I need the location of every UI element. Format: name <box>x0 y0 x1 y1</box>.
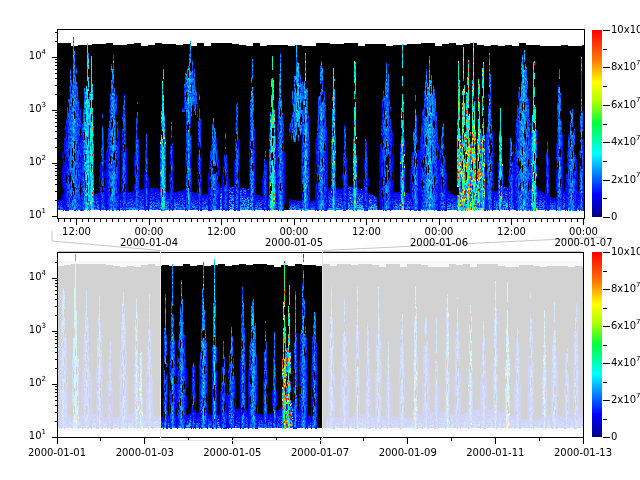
colorbar-bottom <box>592 252 602 437</box>
y-tick-label: 104 <box>8 271 46 282</box>
x-tick-label: 00:00 <box>425 226 454 237</box>
y-tick-label: 102 <box>8 156 46 167</box>
x-date-label: 2000-01-03 <box>116 447 174 458</box>
x-tick-label: 12:00 <box>497 226 526 237</box>
y-tick-label: 104 <box>8 50 46 61</box>
x-tick-label: 12:00 <box>62 226 91 237</box>
x-date-label: 2000-01-07 <box>291 447 349 458</box>
colorbar-tick-label: 6x107 <box>611 320 640 331</box>
colorbar-tick-label: 10x107 <box>611 246 640 257</box>
x-tick-label: 00:00 <box>280 226 309 237</box>
colorbar-tick-label: 0 <box>611 431 617 442</box>
x-date-label: 2000-01-11 <box>466 447 524 458</box>
y-tick-label: 101 <box>8 430 46 441</box>
detail-spectrogram-heatmap[interactable] <box>57 29 584 218</box>
colorbar-tick-label: 8x107 <box>611 283 640 294</box>
x-date-label: 2000-01-13 <box>554 447 612 458</box>
x-tick-label: 12:00 <box>352 226 381 237</box>
colorbar-tick-label: 4x107 <box>611 136 640 147</box>
x-date-label: 2000-01-01 <box>28 447 86 458</box>
x-date-label: 2000-01-09 <box>379 447 437 458</box>
x-date-label: 2000-01-04 <box>120 237 178 248</box>
colorbar-tick-label: 2x107 <box>611 394 640 405</box>
colorbar-tick-label: 10x107 <box>611 24 640 35</box>
zoom-selection-box[interactable] <box>160 250 323 441</box>
x-date-label: 2000-01-05 <box>203 447 261 458</box>
y-tick-label: 103 <box>8 103 46 114</box>
colorbar-tick-label: 8x107 <box>611 61 640 72</box>
x-date-label: 2000-01-06 <box>410 237 468 248</box>
spectrogram-figure: 12:0000:002000-01-0412:0000:002000-01-05… <box>0 0 640 480</box>
x-tick-label: 12:00 <box>207 226 236 237</box>
x-tick-label: 00:00 <box>569 226 598 237</box>
colorbar-tick-label: 6x107 <box>611 99 640 110</box>
y-tick-label: 103 <box>8 324 46 335</box>
x-date-label: 2000-01-07 <box>554 237 612 248</box>
y-tick-label: 101 <box>8 209 46 220</box>
x-tick-label: 00:00 <box>135 226 164 237</box>
colorbar-tick-label: 0 <box>611 211 617 222</box>
colorbar-tick-label: 2x107 <box>611 174 640 185</box>
y-tick-label: 102 <box>8 377 46 388</box>
x-date-label: 2000-01-05 <box>265 237 323 248</box>
colorbar-tick-label: 4x107 <box>611 357 640 368</box>
colorbar-top <box>592 30 602 217</box>
